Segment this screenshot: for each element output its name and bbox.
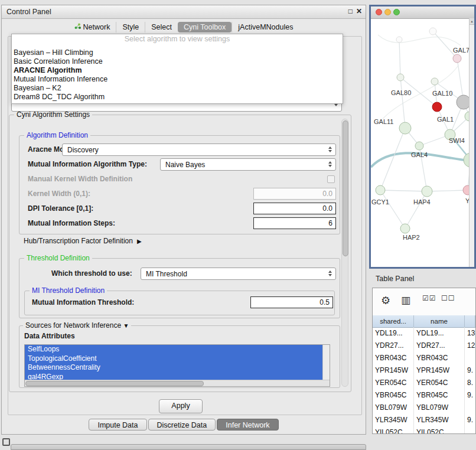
table-row[interactable]: YBR043CYBR043C bbox=[373, 352, 475, 364]
float-window-icon[interactable]: □ bbox=[348, 7, 353, 15]
node-label: GAL1 bbox=[437, 116, 454, 123]
deselect-all-icon[interactable]: ☐☐ bbox=[441, 294, 455, 302]
data-attributes-rows: SelfLoopsTopologicalCoefficientBetweenne… bbox=[25, 345, 323, 380]
table-cell: 8. bbox=[465, 377, 475, 389]
tab-cyni-toolbox[interactable]: Cyni Toolbox bbox=[178, 22, 232, 32]
mi-threshold-input[interactable] bbox=[250, 296, 333, 308]
sources-group-title[interactable]: Sources for Network Inference ▼ bbox=[23, 321, 131, 330]
table-cell: YBL079W bbox=[414, 402, 465, 414]
network-edge bbox=[380, 190, 405, 229]
table-cell: YER054C bbox=[414, 377, 465, 389]
settings-group-title: Cyni Algorithm Settings bbox=[14, 110, 92, 119]
tab-jactivemnodules[interactable]: jActiveMNodules bbox=[232, 22, 299, 32]
gear-icon[interactable]: ⚙ bbox=[381, 294, 390, 307]
table-cell: YPR145W bbox=[414, 364, 465, 377]
attributes-horizontal-scrollbar[interactable] bbox=[25, 380, 330, 386]
table-cell: YLR345W bbox=[414, 414, 465, 426]
mi-algorithm-type-select[interactable]: Naive Bayes bbox=[160, 158, 336, 171]
algorithm-option[interactable]: Dream8 DC_TDC Algorithm bbox=[12, 93, 343, 102]
table-cell: YER054C bbox=[373, 377, 414, 389]
network-node[interactable] bbox=[453, 54, 461, 63]
select-all-icon[interactable]: ☑☑ bbox=[422, 294, 436, 302]
spinner-arrows-icon bbox=[327, 146, 333, 152]
attribute-list-item[interactable]: TopologicalCoefficient bbox=[25, 354, 323, 364]
settings-scrollbar[interactable] bbox=[341, 119, 348, 387]
manual-kernel-width-label: Manual Kernel Width Definition bbox=[28, 175, 132, 183]
close-window-icon[interactable]: ✕ bbox=[356, 7, 362, 15]
table-row[interactable]: YDL19...YDL19...13 bbox=[373, 327, 475, 340]
dpi-tolerance-label: DPI Tolerance [0,1]: bbox=[28, 204, 93, 213]
mi-algorithm-type-value: Naive Bayes bbox=[165, 161, 205, 169]
tab-select[interactable]: Select bbox=[145, 22, 178, 32]
which-threshold-select[interactable]: MI Threshold bbox=[141, 268, 336, 280]
node-label: GAL11 bbox=[374, 118, 393, 125]
network-node[interactable] bbox=[415, 142, 423, 150]
tab-style[interactable]: Style bbox=[116, 22, 145, 32]
tab-impute-data[interactable]: Impute Data bbox=[89, 419, 146, 431]
table-body: YDL19...YDL19...13YDR27...YDR27...12YBR0… bbox=[373, 327, 475, 433]
close-traffic-light[interactable] bbox=[376, 9, 382, 15]
tab-infer-network[interactable]: Infer Network bbox=[217, 419, 278, 431]
settings-scrollbar-thumb[interactable] bbox=[343, 120, 348, 256]
attribute-list-item[interactable]: SelfLoops bbox=[25, 345, 323, 354]
mi-threshold-label: Mutual Information Threshold: bbox=[32, 298, 134, 306]
minimized-window-bar[interactable] bbox=[11, 444, 366, 450]
network-node[interactable] bbox=[429, 28, 436, 35]
algorithm-option[interactable]: Mutual Information Inference bbox=[12, 75, 343, 84]
tab-network[interactable]: Network bbox=[69, 22, 116, 32]
apply-button[interactable]: Apply bbox=[159, 399, 203, 413]
column-header-name[interactable]: name bbox=[414, 315, 465, 327]
network-node[interactable] bbox=[396, 37, 402, 43]
algorithm-option[interactable]: Bayesian – K2 bbox=[12, 84, 343, 93]
network-node[interactable] bbox=[397, 74, 404, 81]
minimize-traffic-light[interactable] bbox=[384, 9, 391, 15]
aracne-mode-select[interactable]: Discovery bbox=[62, 144, 336, 156]
network-node[interactable] bbox=[376, 185, 385, 195]
network-vertical-scrollbar[interactable]: ▲ bbox=[469, 18, 474, 267]
table-row[interactable]: YBR045CYBR045C9. bbox=[373, 389, 475, 402]
cyni-mode-tabbar: Impute Data Discretize Data Infer Networ… bbox=[2, 419, 366, 431]
algorithm-option[interactable]: Basic Correlation Inference bbox=[12, 57, 343, 66]
network-node[interactable] bbox=[432, 102, 442, 112]
algorithm-option[interactable]: Bayesian – Hill Climbing bbox=[12, 48, 343, 57]
algorithm-option[interactable]: ARACNE Algorithm bbox=[12, 66, 343, 75]
attributes-horizontal-scrollbar-thumb[interactable] bbox=[25, 381, 204, 386]
network-canvas[interactable]: GAL7GAL80GAL10GAL11GAL1SWI4GAL4GCY1HAP4H… bbox=[371, 18, 470, 267]
dpi-tolerance-input[interactable] bbox=[253, 203, 336, 214]
table-row[interactable]: YLR345WYLR345W9. bbox=[373, 414, 475, 426]
table-row[interactable]: YER054CYER054C8. bbox=[373, 377, 475, 389]
network-node[interactable] bbox=[431, 78, 438, 85]
network-node[interactable] bbox=[400, 224, 410, 233]
kernel-width-input[interactable] bbox=[253, 188, 336, 200]
node-label: GCY1 bbox=[371, 198, 389, 206]
control-panel-title: Control Panel bbox=[6, 8, 51, 16]
table-row[interactable]: YIL052CYIL052C bbox=[373, 426, 475, 434]
table-row[interactable]: YPR145WYPR145W9. bbox=[373, 364, 475, 377]
network-edge bbox=[433, 31, 457, 58]
table-cell: 9. bbox=[465, 364, 475, 377]
mi-steps-input[interactable] bbox=[253, 217, 336, 229]
algorithm-dropdown-list: Bayesian – Hill ClimbingBasic Correlatio… bbox=[12, 48, 343, 102]
tab-discretize-data[interactable]: Discretize Data bbox=[148, 419, 216, 431]
spinner-arrows-icon bbox=[327, 161, 333, 167]
table-cell bbox=[465, 352, 475, 364]
scroll-up-icon[interactable]: ▲ bbox=[470, 18, 474, 25]
hub-transcription-factor-section[interactable]: Hub/Transcription Factor Definition ▶ bbox=[24, 237, 142, 245]
attributes-vertical-scrollbar[interactable] bbox=[322, 345, 330, 380]
network-node[interactable] bbox=[399, 122, 411, 134]
network-node[interactable] bbox=[457, 95, 470, 109]
table-panel-title: Table Panel bbox=[376, 275, 414, 283]
manual-kernel-width-checkbox[interactable] bbox=[327, 175, 335, 183]
attribute-list-item[interactable]: BetweennessCentrality bbox=[25, 363, 323, 373]
table-panel-window: ⚙ ▥ ☑☑ ☐☐ shared... name YDL19...YDL19..… bbox=[372, 288, 476, 434]
columns-icon[interactable]: ▥ bbox=[401, 294, 410, 306]
node-label: GAL4 bbox=[411, 151, 428, 158]
network-edge bbox=[427, 190, 468, 191]
column-header-shared-name[interactable]: shared... bbox=[373, 315, 414, 327]
column-header-cropped[interactable] bbox=[465, 315, 475, 327]
minimized-window-icon[interactable] bbox=[2, 438, 10, 446]
table-row[interactable]: YBL079WYBL079W bbox=[373, 402, 475, 414]
table-row[interactable]: YDR27...YDR27...12 bbox=[373, 340, 475, 352]
network-node[interactable] bbox=[422, 186, 432, 197]
zoom-traffic-light[interactable] bbox=[393, 9, 400, 15]
